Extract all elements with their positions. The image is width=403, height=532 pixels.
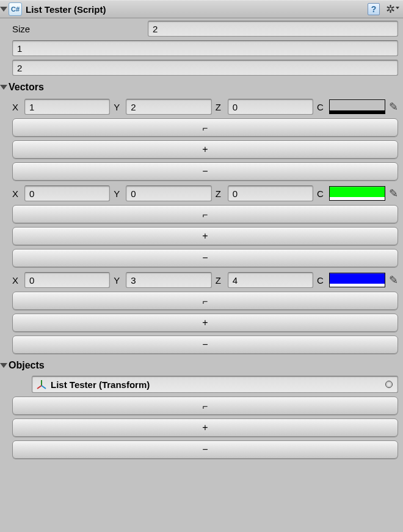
size-row: Size	[0, 21, 403, 37]
component-header[interactable]: C# List Tester (Script) ? ✲	[0, 0, 403, 18]
add-button[interactable]: +	[12, 140, 398, 159]
svg-line-2	[42, 386, 46, 389]
object-label: List Tester (Transform)	[51, 379, 150, 390]
vec0-x-field[interactable]	[24, 99, 110, 115]
vector-row: X Y Z C ✎	[0, 99, 403, 115]
vectors-title: Vectors	[9, 82, 44, 93]
vec0-y-field[interactable]	[126, 99, 211, 115]
remove-button[interactable]: −	[12, 249, 398, 267]
size-item-0[interactable]	[12, 40, 398, 56]
csharp-script-icon: C#	[9, 2, 22, 16]
eyedropper-icon[interactable]: ✎	[389, 273, 398, 287]
vector-row: X Y Z C ✎	[0, 185, 403, 201]
x-label: X	[12, 275, 21, 286]
vectors-section-header[interactable]: Vectors	[0, 81, 403, 94]
y-label: Y	[114, 275, 122, 286]
chevron-down-icon	[396, 7, 399, 9]
eyedropper-icon[interactable]: ✎	[389, 100, 398, 113]
size-item-1-input[interactable]	[17, 60, 393, 75]
transform-icon	[36, 379, 47, 390]
z-label: Z	[216, 102, 224, 112]
vec1-z-field[interactable]	[228, 185, 313, 201]
gear-icon[interactable]: ✲	[386, 2, 399, 16]
size-item-1[interactable]	[12, 60, 398, 76]
y-label: Y	[114, 189, 122, 199]
x-label: X	[12, 189, 21, 199]
help-icon[interactable]: ?	[368, 3, 380, 15]
vec2-z-field[interactable]	[228, 272, 313, 288]
c-label: C	[317, 102, 325, 112]
add-button[interactable]: +	[12, 227, 398, 245]
foldout-icon[interactable]	[0, 7, 7, 12]
remove-button[interactable]: −	[12, 440, 398, 459]
size-input[interactable]	[153, 21, 393, 36]
z-label: Z	[216, 189, 224, 199]
size-field[interactable]	[148, 21, 398, 37]
duplicate-button[interactable]: ⌐	[12, 397, 398, 415]
objects-title: Objects	[9, 360, 45, 371]
add-button[interactable]: +	[12, 314, 398, 332]
add-button[interactable]: +	[12, 419, 398, 437]
duplicate-button[interactable]: ⌐	[12, 205, 398, 223]
size-label: Size	[12, 24, 148, 34]
duplicate-button[interactable]: ⌐	[12, 118, 398, 137]
svg-line-1	[37, 386, 42, 389]
remove-button[interactable]: −	[12, 162, 398, 181]
foldout-icon[interactable]	[0, 363, 7, 368]
c-label: C	[317, 275, 325, 286]
size-item-0-input[interactable]	[17, 41, 393, 56]
vec2-y-field[interactable]	[126, 272, 211, 288]
duplicate-button[interactable]: ⌐	[12, 292, 398, 310]
c-label: C	[317, 189, 325, 199]
objects-section-header[interactable]: Objects	[0, 359, 403, 372]
y-label: Y	[114, 102, 122, 112]
size-item-row	[0, 60, 403, 76]
x-label: X	[12, 102, 21, 112]
vec0-color-swatch[interactable]	[329, 99, 385, 114]
z-label: Z	[216, 275, 224, 286]
size-item-row	[0, 40, 403, 56]
vec1-y-field[interactable]	[126, 185, 211, 201]
component-title: List Tester (Script)	[26, 4, 368, 15]
object-picker-icon[interactable]	[385, 381, 393, 388]
vec1-color-swatch[interactable]	[329, 186, 385, 201]
vec1-x-field[interactable]	[24, 185, 110, 201]
vec0-z-field[interactable]	[228, 99, 313, 115]
vector-row: X Y Z C ✎	[0, 272, 403, 288]
object-reference-field[interactable]: List Tester (Transform)	[32, 376, 398, 393]
vec2-color-swatch[interactable]	[329, 273, 385, 287]
foldout-icon[interactable]	[0, 85, 7, 90]
vec2-x-field[interactable]	[24, 272, 110, 288]
eyedropper-icon[interactable]: ✎	[389, 187, 398, 200]
remove-button[interactable]: −	[12, 336, 398, 354]
